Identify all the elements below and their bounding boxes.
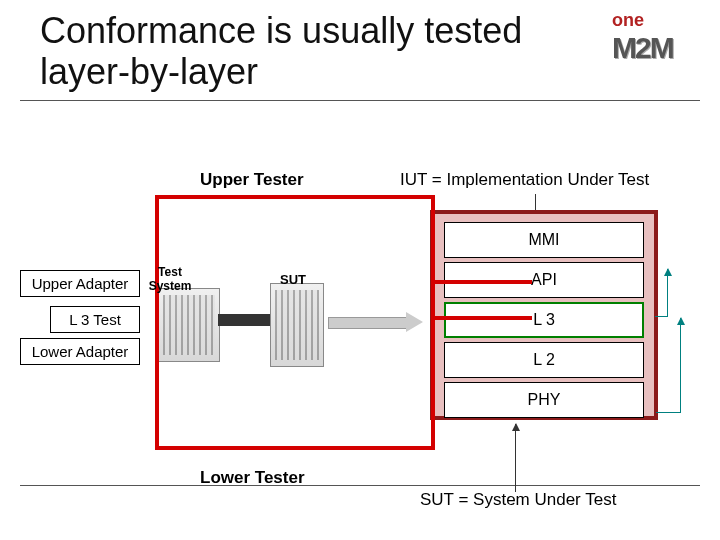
upper-adapter-box: Upper Adapter [20,270,140,297]
l3-test-box: L 3 Test [50,306,140,333]
sut-small-label: SUT [280,272,306,287]
test-system-label: Test System [140,265,200,293]
iut-definition: IUT = Implementation Under Test [400,170,649,190]
teal-arrow-lower [680,318,681,412]
tester-bridge [432,280,532,320]
logo-m2m: M2M [612,31,673,64]
teal-arrow-lower-elbow [656,412,681,413]
onem2m-logo: one M2M [612,10,702,60]
slide-title: Conformance is usually tested layer-by-l… [40,10,580,93]
lower-adapter-box: Lower Adapter [20,338,140,365]
sut-arrow [515,424,516,492]
tester-frame [155,195,435,450]
bottom-rule [20,485,700,486]
teal-arrow-upper-elbow [655,316,668,317]
title-underline [20,100,700,101]
stack-phy: PHY [444,382,644,418]
logo-one: one [612,10,644,30]
stack-l2: L 2 [444,342,644,378]
upper-tester-label: Upper Tester [200,170,304,190]
sut-definition: SUT = System Under Test [420,490,616,510]
teal-arrow-upper [667,269,668,316]
stack-mmi: MMI [444,222,644,258]
